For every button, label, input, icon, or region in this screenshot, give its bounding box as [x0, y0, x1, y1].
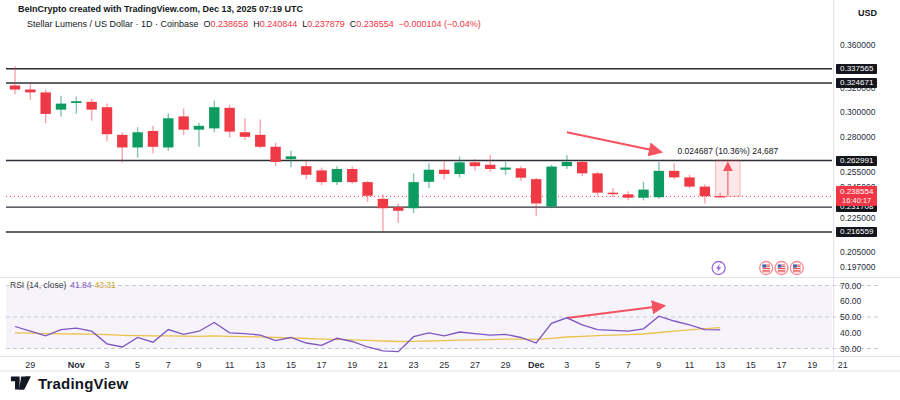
candle-body — [408, 182, 418, 208]
candle-body — [485, 165, 495, 169]
candle — [408, 173, 418, 213]
candle — [546, 165, 556, 209]
rsi-indicator-label[interactable]: RSI (14, close)41.8443.31 — [10, 280, 116, 290]
candle — [531, 178, 541, 217]
candle — [132, 127, 142, 158]
flag-union — [778, 264, 782, 267]
candle — [10, 66, 20, 94]
candle-body — [592, 173, 602, 192]
flag-stripe — [766, 266, 770, 267]
candle — [638, 182, 648, 201]
change-value: −0.000104 (−0.04%) — [399, 19, 481, 29]
ohlc-pair: H0.240844 — [253, 19, 297, 29]
candle-body — [301, 166, 311, 175]
ohlc-number: 0.238658 — [211, 19, 249, 29]
candle-body — [546, 167, 556, 207]
flag-stripe — [766, 265, 770, 266]
candle-body — [470, 162, 480, 166]
candle — [25, 83, 35, 100]
ohlc-pair: L0.237879 — [302, 19, 345, 29]
candle — [608, 188, 618, 197]
candle — [485, 155, 495, 172]
candle-body — [562, 162, 572, 166]
flag-stripe — [762, 271, 770, 272]
candle-body — [654, 171, 664, 197]
candle-body — [424, 170, 434, 182]
candle-body — [86, 102, 96, 110]
flag-stripe — [797, 266, 801, 267]
candle-body — [700, 187, 710, 197]
candle-body — [102, 107, 112, 134]
candle — [316, 168, 326, 186]
tradingview-logo[interactable]: TradingView — [10, 373, 128, 393]
flag-stripe — [793, 270, 801, 271]
credit-line: BeInCrypto created with TradingView.com,… — [18, 4, 303, 14]
economic-event-flag-icon[interactable] — [760, 262, 773, 275]
candle-body — [669, 171, 679, 178]
flag-union — [762, 264, 766, 267]
ohlc-letter: O — [204, 19, 211, 29]
candle-body — [347, 169, 357, 182]
candle — [301, 161, 311, 180]
candle — [286, 151, 296, 168]
candle — [347, 166, 357, 183]
flag-stripe — [782, 265, 786, 266]
candle-body — [10, 85, 20, 89]
candle-body — [25, 89, 35, 92]
lightning-event-icon[interactable] — [712, 262, 725, 275]
candle-body — [117, 135, 127, 148]
ohlc-number: 0.237879 — [307, 19, 345, 29]
candle — [178, 108, 188, 134]
candle-body — [270, 147, 280, 162]
candle — [40, 89, 50, 123]
price-range-tool[interactable] — [716, 160, 741, 196]
symbol-title: Stellar Lumens / US Dollar · 1D · Coinba… — [27, 19, 199, 29]
candle — [163, 113, 173, 151]
candle-body — [531, 179, 541, 203]
flag-stripe — [762, 268, 770, 269]
candle-body — [240, 132, 250, 137]
candle — [669, 163, 679, 179]
candle — [270, 143, 280, 166]
flag-stripe — [762, 270, 770, 271]
price-axis-currency-label: USD — [858, 8, 877, 18]
candle-body — [209, 107, 219, 128]
candle — [516, 166, 526, 180]
candle-body — [516, 168, 526, 177]
tradingview-logo-text: TradingView — [38, 375, 128, 392]
economic-event-flag-icon[interactable] — [790, 262, 803, 275]
flag-stripe — [778, 271, 786, 272]
symbol-line[interactable]: Stellar Lumens / US Dollar · 1D · Coinba… — [27, 19, 481, 29]
candle — [623, 191, 633, 200]
flag-stripe — [793, 271, 801, 272]
candle-body — [286, 156, 296, 159]
flag-stripe — [782, 266, 786, 267]
economic-event-flag-icon[interactable] — [775, 262, 788, 275]
candle — [86, 99, 96, 121]
ohlc-pair: C0.238554 — [350, 19, 394, 29]
candle-body — [332, 169, 342, 182]
candle-body — [163, 118, 173, 147]
candle — [71, 96, 81, 113]
candle — [332, 166, 342, 185]
candle-body — [577, 162, 587, 173]
candle-body — [684, 177, 694, 186]
candle — [592, 172, 602, 196]
chart-canvas[interactable] — [0, 0, 900, 400]
tradingview-logo-icon — [10, 373, 32, 393]
flag-stripe — [793, 268, 801, 269]
candle — [255, 120, 265, 149]
candle-body — [316, 170, 326, 182]
candle — [362, 181, 372, 202]
trend-arrow-price — [567, 132, 659, 151]
candle — [148, 126, 158, 154]
candle — [240, 118, 250, 140]
candle-body — [194, 126, 204, 130]
flag-stripe — [778, 270, 786, 271]
candle-body — [178, 116, 188, 129]
candle-body — [378, 199, 388, 208]
candle — [439, 161, 449, 180]
candle — [454, 156, 464, 177]
candle — [684, 175, 694, 188]
candle — [209, 101, 219, 133]
